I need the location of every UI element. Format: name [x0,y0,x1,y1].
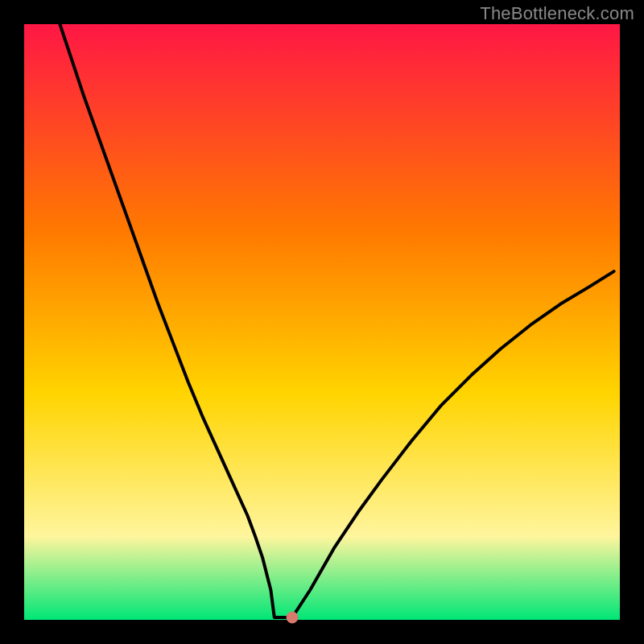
watermark-text: TheBottleneck.com [480,3,634,24]
optimal-point-marker [287,612,298,623]
chart-frame: TheBottleneck.com [0,0,644,644]
chart-gradient-background [24,24,620,620]
bottleneck-chart [0,0,644,644]
